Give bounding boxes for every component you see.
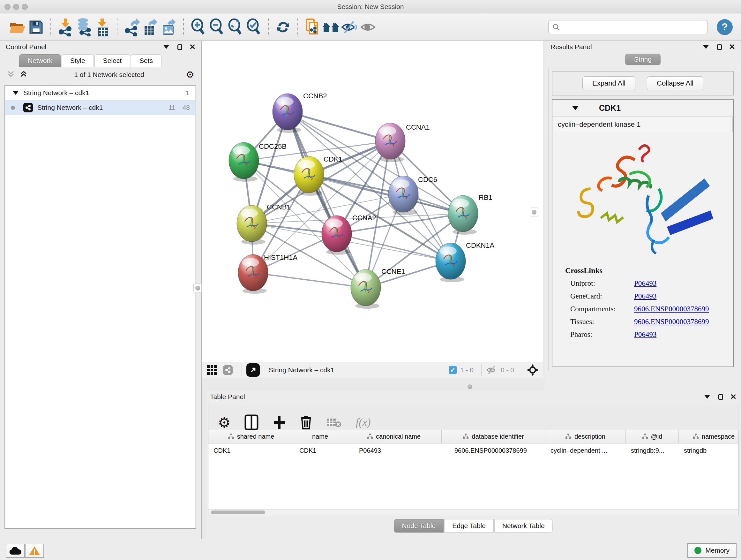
table-cell[interactable]: stringdb — [679, 447, 738, 454]
show-glass-button[interactable] — [359, 17, 377, 37]
table-cell[interactable]: P06493 — [346, 447, 442, 454]
memory-button[interactable]: Memory — [687, 543, 737, 558]
tab-node-table[interactable]: Node Table — [394, 519, 444, 533]
crosslink-link[interactable]: P06493 — [634, 292, 657, 300]
scrollbar-thumb[interactable] — [211, 510, 265, 514]
network-collection-row[interactable]: String Network – cdk1 1 — [5, 85, 196, 100]
table-cell[interactable]: CDK1 — [294, 447, 346, 454]
tab-edge-table[interactable]: Edge Table — [444, 519, 494, 533]
network-node-CCNE1[interactable]: CCNE1 — [351, 267, 405, 309]
zoom-out-button[interactable] — [207, 17, 226, 37]
horizontal-splitter-handle[interactable] — [465, 384, 474, 389]
table-options-gear-icon[interactable]: ⚙ — [218, 415, 230, 431]
import-network-from-database-button[interactable] — [75, 17, 93, 37]
table-cell[interactable]: 9606.ENSP00000378699 — [442, 447, 545, 454]
tab-string[interactable]: String — [625, 54, 661, 65]
export-network-button[interactable] — [123, 17, 141, 37]
export-image-button[interactable] — [159, 17, 178, 37]
copy-documents-icon — [305, 18, 320, 37]
gene-name: CDK1 — [599, 104, 621, 113]
add-column-icon[interactable] — [273, 415, 286, 430]
network-node-CCNB2[interactable]: CCNB2 — [273, 92, 327, 133]
collapse-all-button[interactable]: Collapse All — [647, 76, 703, 90]
current-network-dot-icon — [11, 106, 15, 110]
warnings-button[interactable] — [25, 544, 44, 558]
collapse-all-networks-icon[interactable] — [7, 71, 15, 79]
help-button[interactable]: ? — [717, 19, 733, 35]
string-home-button[interactable] — [322, 17, 340, 37]
network-node-HIST1H1A[interactable]: HIST1H1A — [238, 253, 297, 294]
panel-close-icon[interactable]: ✕ — [730, 392, 737, 401]
network-node-CCNA1[interactable]: CCNA1 — [375, 123, 430, 162]
selected-checkbox-icon[interactable]: ✓ — [449, 366, 457, 374]
toolbar-search-field[interactable] — [548, 20, 708, 34]
network-row[interactable]: String Network – cdk1 11 48 — [5, 100, 196, 115]
function-builder-icon[interactable]: f(x) — [355, 416, 370, 428]
network-node-RB1[interactable]: RB1 — [448, 193, 492, 235]
table-cell[interactable]: cyclin–dependent ... — [545, 447, 626, 454]
right-splitter-handle[interactable] — [530, 207, 538, 216]
panel-float-icon[interactable] — [717, 44, 722, 50]
network-options-gear-icon[interactable]: ⚙ — [186, 70, 194, 79]
column-header-database-identifier[interactable]: database identifier — [442, 430, 545, 443]
grid-view-icon[interactable] — [206, 365, 217, 375]
network-node-CDC6[interactable]: CDC6 — [388, 176, 437, 215]
tab-network-table[interactable]: Network Table — [494, 519, 553, 533]
column-header--id[interactable]: @id — [626, 430, 679, 443]
table-horizontal-scrollbar[interactable] — [208, 509, 738, 515]
node-details-header[interactable]: CDK1 — [552, 100, 733, 117]
show-columns-icon[interactable] — [245, 415, 259, 430]
column-header-shared-name[interactable]: shared name — [208, 430, 294, 443]
birdseye-crosshair-icon[interactable] — [527, 364, 539, 376]
left-splitter-handle[interactable] — [193, 284, 202, 293]
hide-glass-button[interactable] — [340, 17, 359, 37]
tab-sets[interactable]: Sets — [131, 54, 161, 67]
collection-collapse-icon[interactable] — [13, 91, 18, 95]
import-table-button[interactable] — [93, 17, 112, 37]
panel-menu-icon[interactable] — [163, 45, 169, 49]
import-network-file-button[interactable] — [56, 17, 75, 37]
search-input[interactable] — [560, 23, 697, 30]
apply-layout-button[interactable] — [274, 17, 292, 37]
zoom-fit-button[interactable] — [226, 17, 245, 37]
expand-all-button[interactable]: Expand All — [583, 76, 635, 90]
save-session-button[interactable] — [27, 17, 45, 37]
details-collapse-icon[interactable] — [572, 106, 579, 110]
zoom-in-button[interactable] — [189, 17, 207, 37]
table-cell[interactable]: stringdb:9... — [626, 447, 679, 454]
column-header-description[interactable]: description — [545, 430, 626, 443]
delete-column-trash-icon[interactable] — [300, 415, 312, 430]
export-table-button[interactable] — [141, 17, 159, 37]
crosslink-link[interactable]: 9606.ENSP00000378699 — [634, 305, 709, 313]
network-node-CDC25B[interactable]: CDC25B — [229, 142, 286, 182]
panel-float-icon[interactable] — [718, 394, 723, 400]
column-header-name[interactable]: name — [294, 430, 346, 443]
detach-view-icon[interactable] — [246, 363, 260, 377]
expand-all-networks-icon[interactable] — [20, 71, 27, 79]
crosslink-link[interactable]: P06493 — [634, 330, 657, 339]
panel-menu-icon[interactable] — [704, 395, 710, 399]
copy-network-button[interactable] — [303, 17, 322, 37]
panel-close-icon[interactable]: ✕ — [189, 43, 196, 51]
cloud-status-button[interactable] — [6, 544, 25, 558]
network-node-CCNB1[interactable]: CCNB1 — [237, 203, 291, 245]
column-header-namespace[interactable]: namespace — [679, 430, 738, 443]
network-canvas[interactable]: CCNB2CCNA1CDC25BCDK1CDC6RB1CCNB1CCNA2CDK… — [202, 41, 543, 362]
network-node-CDKN1A[interactable]: CDKN1A — [435, 241, 495, 282]
panel-float-icon[interactable] — [178, 44, 182, 50]
delete-table-icon[interactable] — [326, 417, 341, 428]
crosslink-link[interactable]: 9606.ENSP00000378699 — [634, 318, 709, 326]
zoom-selected-button[interactable] — [245, 17, 263, 37]
open-session-button[interactable] — [8, 17, 27, 37]
column-header-canonical-name[interactable]: canonical name — [346, 430, 442, 443]
panel-close-icon[interactable]: ✕ — [729, 43, 735, 51]
hidden-eye-slash-icon[interactable] — [486, 365, 497, 375]
crosslink-link[interactable]: P06493 — [634, 279, 657, 288]
table-row[interactable]: CDK1CDK1P064939606.ENSP00000378699cyclin… — [208, 443, 738, 458]
panel-menu-icon[interactable] — [703, 45, 709, 49]
tab-network[interactable]: Network — [19, 54, 61, 67]
network-view-share-icon[interactable] — [223, 365, 232, 375]
tab-select[interactable]: Select — [94, 54, 130, 67]
tab-style[interactable]: Style — [62, 54, 94, 67]
table-cell[interactable]: CDK1 — [208, 447, 294, 454]
